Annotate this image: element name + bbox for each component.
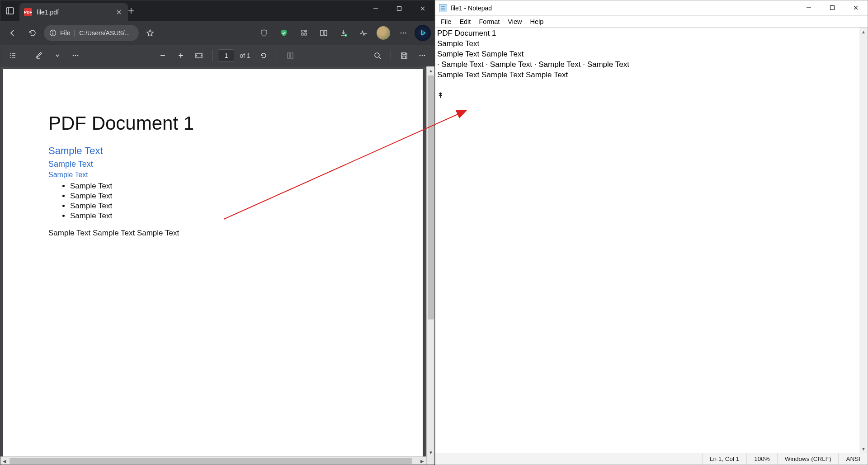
contents-button[interactable] [5, 48, 20, 63]
text-line: ↟ [437, 91, 443, 100]
plus-icon [128, 8, 134, 14]
plus-icon [177, 52, 184, 59]
pdf-heading-4: Sample Text [48, 171, 377, 179]
highlight-dropdown[interactable] [50, 48, 65, 63]
split-screen-button[interactable] [315, 24, 332, 42]
svg-point-4 [52, 31, 53, 32]
list-item: Sample Text [70, 192, 377, 201]
page-number-input[interactable] [218, 49, 234, 62]
pdf-more-button[interactable] [68, 48, 83, 63]
refresh-button[interactable] [24, 24, 41, 42]
scrollbar-thumb[interactable] [9, 458, 412, 464]
highlight-button[interactable] [32, 48, 47, 63]
minus-icon [159, 52, 166, 59]
pdf-horizontal-scrollbar[interactable]: ◀ ▶ [0, 456, 426, 465]
notepad-app-icon [439, 4, 447, 12]
divider [212, 50, 212, 61]
svg-rect-6 [321, 30, 323, 36]
scroll-up-button[interactable]: ▲ [427, 66, 434, 75]
puzzle-icon [300, 29, 308, 37]
status-zoom: 100% [746, 453, 777, 465]
pdf-vertical-scrollbar[interactable]: ▲ ▼ [426, 66, 434, 465]
text-line: Sample Text Sample Text [437, 50, 524, 58]
tracking-prevention-button[interactable] [255, 24, 273, 42]
downloads-button[interactable] [335, 24, 352, 42]
bing-icon [419, 29, 427, 37]
scroll-right-button[interactable]: ▶ [418, 457, 426, 465]
list-icon [9, 52, 17, 60]
notepad-maximize-button[interactable] [821, 0, 844, 15]
fit-page-button[interactable] [191, 48, 207, 63]
highlighter-icon [35, 52, 43, 60]
avatar-icon [377, 26, 390, 40]
pdf-page: PDF Document 1 Sample Text Sample Text S… [3, 69, 423, 465]
scrollbar-thumb[interactable] [428, 75, 434, 319]
edge-titlebar: PDF file1.pdf [0, 0, 434, 21]
zoom-in-button[interactable] [173, 48, 189, 63]
save-button[interactable] [396, 48, 412, 63]
svg-point-14 [77, 55, 79, 56]
address-bar[interactable]: File | C:/Users/ASUS/... [44, 25, 139, 41]
page-of-label: of 1 [240, 52, 250, 59]
scroll-down-button[interactable]: ▼ [427, 448, 434, 456]
edge-maximize-button[interactable] [387, 0, 411, 17]
menu-view[interactable]: View [504, 17, 525, 26]
menu-help[interactable]: Help [526, 17, 547, 26]
notepad-minimize-button[interactable] [797, 0, 821, 15]
maximize-icon [396, 6, 402, 11]
extensions-button[interactable] [295, 24, 312, 42]
notepad-text-area[interactable]: PDF Document 1 Sample Text Sample Text S… [435, 28, 868, 453]
favorite-button[interactable] [142, 24, 159, 42]
list-item: Sample Text [70, 211, 377, 221]
svg-rect-7 [324, 30, 327, 36]
svg-point-9 [401, 33, 402, 34]
page-view-button[interactable] [283, 48, 298, 63]
star-icon [146, 29, 154, 37]
zoom-out-button[interactable] [155, 48, 170, 63]
pdf-viewport[interactable]: PDF Document 1 Sample Text Sample Text S… [0, 66, 434, 465]
notepad-close-button[interactable] [844, 0, 868, 15]
svg-rect-0 [6, 8, 14, 14]
address-separator: | [74, 29, 76, 37]
more-button[interactable] [395, 24, 412, 42]
tab-close-button[interactable] [116, 9, 122, 15]
ellipsis-icon [71, 52, 80, 60]
menu-format[interactable]: Format [475, 17, 503, 26]
pdf-settings-button[interactable] [415, 48, 430, 63]
scroll-down-button[interactable]: ▼ [859, 445, 868, 453]
maximize-icon [830, 5, 835, 10]
new-tab-button[interactable] [128, 8, 144, 14]
svg-rect-22 [830, 6, 835, 10]
profile-button[interactable] [375, 24, 392, 42]
text-line: Sample Text [437, 39, 479, 48]
pdf-bullet-list: Sample Text Sample Text Sample Text Samp… [70, 182, 377, 221]
scroll-left-button[interactable]: ◀ [0, 457, 9, 465]
pdf-heading-2: Sample Text [48, 145, 377, 157]
scroll-up-button[interactable]: ▲ [859, 28, 868, 36]
performance-button[interactable] [355, 24, 372, 42]
bing-chat-button[interactable] [415, 25, 431, 41]
notepad-vertical-scrollbar[interactable]: ▲ ▼ [859, 28, 868, 453]
menu-file[interactable]: File [437, 17, 455, 26]
rotate-button[interactable] [256, 48, 271, 63]
browser-tab[interactable]: PDF file1.pdf [19, 3, 128, 21]
list-item: Sample Text [70, 202, 377, 211]
pdf-heading-1: PDF Document 1 [48, 113, 377, 134]
divider [391, 50, 391, 61]
address-path: C:/Users/ASUS/... [79, 29, 130, 37]
edge-minimize-button[interactable] [364, 0, 387, 17]
notepad-window: file1 - Notepad File Edit Format View He… [435, 0, 868, 465]
status-cursor-position: Ln 1, Col 1 [702, 453, 746, 465]
save-icon [400, 52, 408, 60]
security-button[interactable] [275, 24, 292, 42]
back-button[interactable] [4, 24, 21, 42]
vertical-tabs-button[interactable] [0, 0, 19, 21]
list-item: Sample Text [70, 182, 377, 191]
minimize-icon [806, 5, 811, 10]
pdf-paragraph: Sample Text Sample Text Sample Text [48, 229, 377, 238]
menu-edit[interactable]: Edit [456, 17, 474, 26]
find-button[interactable] [370, 48, 385, 63]
notepad-window-controls [797, 0, 868, 15]
heartbeat-icon [359, 29, 368, 37]
edge-close-button[interactable] [411, 0, 434, 17]
